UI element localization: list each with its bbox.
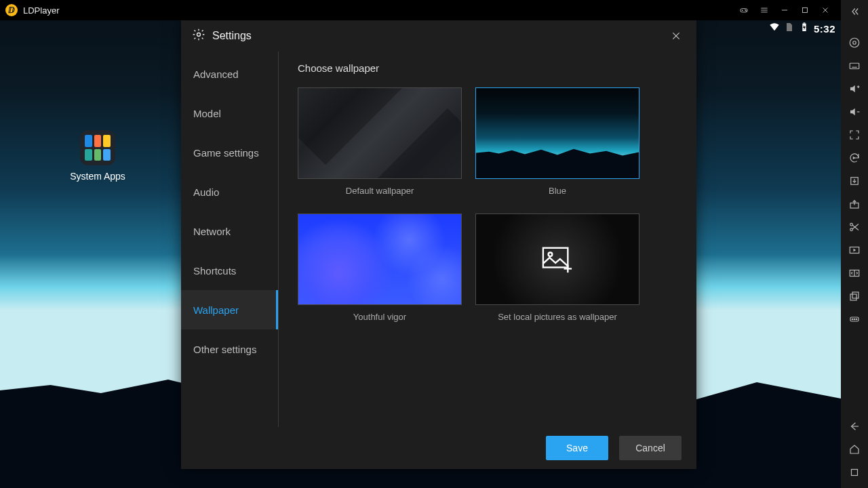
more-icon[interactable]	[841, 308, 868, 331]
thumbnail-local	[475, 214, 639, 305]
svg-rect-13	[804, 22, 806, 23]
status-time: 5:32	[814, 23, 835, 35]
sidebar-item-game-settings[interactable]: Game settings	[181, 133, 278, 172]
svg-point-15	[197, 33, 201, 37]
thumbnail-blue	[475, 87, 639, 179]
svg-line-41	[852, 225, 859, 230]
settings-sidebar: Advanced Model Game settings Audio Netwo…	[181, 52, 279, 427]
multi-instance-icon[interactable]	[841, 285, 868, 308]
svg-point-51	[854, 319, 855, 320]
thumbnail-label: Blue	[475, 186, 639, 196]
svg-point-52	[856, 319, 857, 320]
android-recent-icon[interactable]	[841, 461, 868, 484]
svg-marker-34	[853, 157, 856, 160]
settings-content: Choose wallpaper Default wallpaper Blue …	[279, 52, 696, 427]
save-button[interactable]: Save	[546, 436, 608, 460]
svg-rect-9	[803, 8, 808, 13]
gamepad-icon[interactable]	[734, 0, 754, 20]
sidebar-item-advanced[interactable]: Advanced	[181, 54, 278, 94]
svg-rect-54	[852, 470, 858, 476]
video-frame-icon[interactable]	[841, 239, 868, 262]
gear-icon	[192, 28, 205, 44]
wifi-icon	[769, 22, 780, 35]
volume-down-icon[interactable]	[841, 100, 868, 123]
add-image-icon	[542, 246, 573, 273]
collapse-toolbar-icon[interactable]	[841, 0, 868, 23]
sync-icon[interactable]	[841, 146, 868, 169]
svg-point-50	[852, 319, 853, 320]
maximize-button[interactable]	[795, 0, 815, 20]
folder-label: System Apps	[70, 171, 125, 182]
thumbnail-label: Youthful vigor	[298, 312, 462, 322]
dialog-close-button[interactable]	[667, 26, 686, 45]
content-heading: Choose wallpaper	[298, 62, 677, 74]
android-back-icon[interactable]	[841, 415, 868, 438]
android-home-icon[interactable]	[841, 438, 868, 461]
app-logo-icon: ⅅ	[5, 4, 18, 16]
keyboard-icon[interactable]	[841, 54, 868, 77]
svg-rect-47	[850, 294, 856, 300]
svg-line-42	[852, 224, 859, 230]
svg-point-22	[853, 41, 856, 45]
wallpaper-option-local[interactable]: Set local pictures as wallpaper	[475, 214, 639, 322]
minimize-button[interactable]	[774, 0, 795, 20]
svg-rect-18	[543, 247, 568, 267]
thumbnail-default	[298, 87, 462, 179]
system-apps-folder[interactable]: System Apps	[76, 130, 119, 182]
titlebar: ⅅ LDPlayer	[0, 0, 841, 20]
sidebar-item-wallpaper[interactable]: Wallpaper	[181, 290, 278, 329]
sim-icon	[784, 22, 795, 35]
menu-icon[interactable]	[754, 0, 774, 20]
dialog-footer: Save Cancel	[181, 427, 696, 469]
sidebar-item-network[interactable]: Network	[181, 211, 278, 251]
sidebar-item-audio[interactable]: Audio	[181, 172, 278, 211]
thumbnail-label: Set local pictures as wallpaper	[475, 312, 639, 322]
folder-icon	[80, 130, 115, 165]
svg-point-3	[745, 9, 745, 10]
android-statusbar: 5:32	[764, 20, 841, 37]
sidebar-item-model[interactable]: Model	[181, 94, 278, 133]
sidebar-item-other[interactable]: Other settings	[181, 329, 278, 369]
close-button[interactable]	[815, 0, 835, 20]
thumbnail-label: Default wallpaper	[298, 186, 462, 196]
svg-point-4	[746, 10, 747, 11]
share-icon[interactable]	[841, 192, 868, 216]
dialog-header: Settings	[181, 20, 696, 52]
cancel-button[interactable]: Cancel	[619, 436, 682, 460]
svg-rect-24	[850, 63, 859, 68]
wallpaper-option-youth[interactable]: Youthful vigor	[298, 214, 462, 322]
side-toolbar	[841, 0, 868, 488]
volume-up-icon[interactable]	[841, 77, 868, 100]
dialog-title: Settings	[212, 30, 252, 42]
wallpaper-option-default[interactable]: Default wallpaper	[298, 87, 462, 196]
svg-point-23	[850, 38, 859, 47]
thumbnail-youth	[298, 214, 462, 305]
h-resize-icon[interactable]	[841, 262, 868, 285]
scissors-icon[interactable]	[841, 216, 868, 239]
svg-rect-48	[852, 292, 859, 298]
window-title: LDPlayer	[23, 5, 59, 16]
settings-dialog: Settings Advanced Model Game settings Au…	[181, 20, 696, 469]
battery-icon	[799, 22, 810, 35]
settings-icon[interactable]	[841, 31, 868, 54]
install-apk-icon[interactable]	[841, 169, 868, 192]
svg-point-19	[549, 252, 553, 256]
fullscreen-icon[interactable]	[841, 123, 868, 146]
wallpaper-option-blue[interactable]: Blue	[475, 87, 639, 196]
svg-marker-44	[854, 249, 856, 252]
sidebar-item-shortcuts[interactable]: Shortcuts	[181, 251, 278, 290]
